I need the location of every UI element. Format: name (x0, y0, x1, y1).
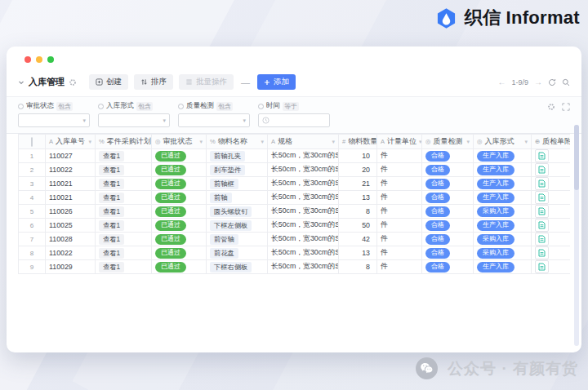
material-name-link[interactable]: 前轴 (210, 193, 232, 203)
purchase-plan-link[interactable]: 查看1 (99, 165, 124, 175)
unit-text: 件 (381, 220, 388, 228)
filter-settings-gear-icon[interactable] (547, 103, 555, 111)
material-name-link[interactable]: 前轴框 (210, 179, 238, 189)
purchase-plan-link[interactable]: 查看1 (99, 206, 124, 217)
filter-operator[interactable]: 包含 (216, 102, 233, 111)
column-header[interactable]: A 计量单位 ▾ (377, 135, 422, 149)
purchase-plan-link[interactable]: 查看1 (99, 151, 124, 162)
attachment-file-icon[interactable] (535, 246, 549, 259)
filter-operator[interactable]: 包含 (136, 102, 153, 111)
chevron-down-icon[interactable] (18, 79, 24, 86)
drag-handle-icon[interactable] (98, 104, 104, 109)
refresh-icon[interactable] (548, 78, 556, 86)
chevron-down-icon: ▾ (163, 117, 166, 124)
column-header[interactable]: ⊕ 质检单附件 ▾ (532, 135, 571, 149)
filter-input[interactable]: ▾ (258, 113, 330, 127)
table-row[interactable]: 2 110022 查看1 已通过 刹车垫件 长50cm，宽30cm的SY1 20… (19, 163, 571, 177)
material-name-link[interactable]: 前轴孔夹 (210, 151, 245, 162)
column-menu-caret-icon[interactable]: ▾ (88, 139, 91, 145)
approval-status-badge: 已通过 (155, 248, 186, 259)
attachment-file-icon[interactable] (535, 260, 549, 273)
attachment-file-icon[interactable] (535, 149, 549, 162)
column-header[interactable]: A 入库单号 ▾ (46, 135, 96, 149)
filter-input[interactable]: ▾ (98, 113, 170, 127)
attachment-file-icon[interactable] (535, 191, 549, 204)
search-icon[interactable] (562, 78, 570, 86)
column-header[interactable]: % 零件采购计划 ▾ (96, 135, 152, 149)
material-name-link[interactable]: 下框左侧板 (210, 220, 252, 231)
create-button[interactable]: 创建 (89, 74, 128, 90)
select-all-checkbox[interactable] (31, 137, 33, 147)
filter-operator[interactable]: 包含 (56, 102, 73, 111)
field-type-icon: ◎ (155, 138, 161, 145)
material-name-link[interactable]: 前花盘 (210, 248, 238, 259)
column-label: 物料名称 (218, 136, 247, 147)
drag-handle-icon[interactable] (258, 104, 264, 109)
column-header[interactable]: A 规格 ▾ (268, 135, 339, 149)
column-menu-caret-icon[interactable]: ▾ (466, 139, 470, 145)
table-row[interactable]: 8 110022 查看1 已通过 前花盘 长50cm，宽30cm的SY1 13 … (19, 246, 571, 260)
table-row[interactable]: 7 110028 查看1 已通过 前管轴 长50cm，宽30cm的SY1 42 … (19, 233, 571, 246)
filter-operator[interactable]: 等于 (283, 102, 299, 111)
more-actions-icon[interactable]: — (239, 78, 252, 87)
material-name-link[interactable]: 圆头螺纹钉 (210, 206, 252, 217)
column-header[interactable]: % 物料名称 ▾ (207, 135, 268, 149)
column-header[interactable]: ◎ 入库形式 ▾ (474, 135, 532, 149)
table-row[interactable]: 3 110021 查看1 已通过 前轴框 长50cm，宽30cm的SY1 21 … (19, 177, 571, 191)
table-row[interactable]: 4 110021 查看1 已通过 前轴 长50cm，宽30cm的SY1 13 件… (19, 191, 571, 205)
purchase-plan-link[interactable]: 查看1 (99, 179, 124, 189)
material-quantity: 20 (362, 166, 370, 174)
scrollbar-thumb[interactable] (574, 125, 579, 190)
quality-check-badge: 合格 (425, 206, 450, 217)
column-menu-caret-icon[interactable]: ▾ (419, 139, 421, 145)
batch-actions-button[interactable]: 批量操作 (179, 74, 234, 90)
inbound-order-no: 110028 (49, 235, 73, 243)
drag-handle-icon[interactable] (18, 104, 24, 109)
row-number: 2 (30, 166, 33, 174)
spec-text: 长50cm，宽30cm的SY1 (271, 220, 339, 228)
select-all-header[interactable] (19, 135, 46, 149)
next-page-arrow-icon[interactable]: → (534, 78, 542, 86)
column-header[interactable]: ◎ 审批状态 ▾ (152, 135, 207, 149)
material-name-link[interactable]: 刹车垫件 (210, 165, 245, 175)
approval-status-badge: 已通过 (155, 220, 186, 231)
inbound-mode-badge: 生产入库 (477, 179, 514, 189)
vertical-scrollbar[interactable] (574, 125, 579, 346)
table-row[interactable]: 5 110026 查看1 已通过 圆头螺纹钉 长50cm，宽30cm的SY1 8… (19, 205, 571, 219)
column-header[interactable]: ◎ 质量检测 ▾ (422, 135, 474, 149)
attachment-file-icon[interactable] (535, 163, 549, 176)
column-menu-caret-icon[interactable]: ▾ (199, 139, 203, 145)
purchase-plan-link[interactable]: 查看1 (99, 248, 124, 259)
filter-input[interactable]: ▾ (18, 113, 90, 127)
view-settings-gear-icon[interactable] (69, 78, 77, 86)
purchase-plan-link[interactable]: 查看1 (99, 234, 124, 245)
purchase-plan-link[interactable]: 查看1 (99, 193, 124, 203)
window-maximize-button[interactable] (47, 56, 54, 63)
column-header[interactable]: # 物料数量 ▾ (339, 135, 377, 149)
purchase-plan-link[interactable]: 查看1 (99, 262, 124, 273)
row-number: 7 (30, 236, 33, 243)
filter-input[interactable]: ▾ (178, 113, 250, 127)
material-name-link[interactable]: 前管轴 (210, 234, 238, 245)
table-row[interactable]: 9 110029 查看1 已通过 下框右侧板 长50cm，宽30cm的SY1 8… (19, 260, 571, 274)
sort-button[interactable]: 排序 (134, 74, 173, 90)
column-label: 入库单号 (56, 136, 85, 147)
column-menu-caret-icon[interactable]: ▾ (524, 139, 528, 145)
attachment-file-icon[interactable] (535, 177, 549, 190)
column-menu-caret-icon[interactable]: ▾ (332, 139, 335, 145)
window-minimize-button[interactable] (36, 56, 42, 63)
purchase-plan-link[interactable]: 查看1 (99, 220, 124, 231)
add-button[interactable]: 添加 (257, 74, 296, 90)
attachment-file-icon[interactable] (535, 219, 549, 232)
approval-status-badge: 已通过 (155, 262, 186, 273)
attachment-file-icon[interactable] (535, 205, 549, 218)
column-menu-caret-icon[interactable]: ▾ (261, 139, 264, 145)
expand-fullscreen-icon[interactable] (562, 103, 570, 111)
material-name-link[interactable]: 下框右侧板 (210, 262, 252, 273)
drag-handle-icon[interactable] (178, 104, 184, 109)
attachment-file-icon[interactable] (535, 233, 549, 246)
window-close-button[interactable] (24, 56, 31, 63)
table-row[interactable]: 1 110027 查看1 已通过 前轴孔夹 长50cm，宽30cm的SY1 10… (19, 149, 571, 163)
prev-page-arrow-icon[interactable]: ← (497, 78, 506, 86)
table-row[interactable]: 6 110025 查看1 已通过 下框左侧板 长50cm，宽30cm的SY1 5… (19, 219, 571, 233)
